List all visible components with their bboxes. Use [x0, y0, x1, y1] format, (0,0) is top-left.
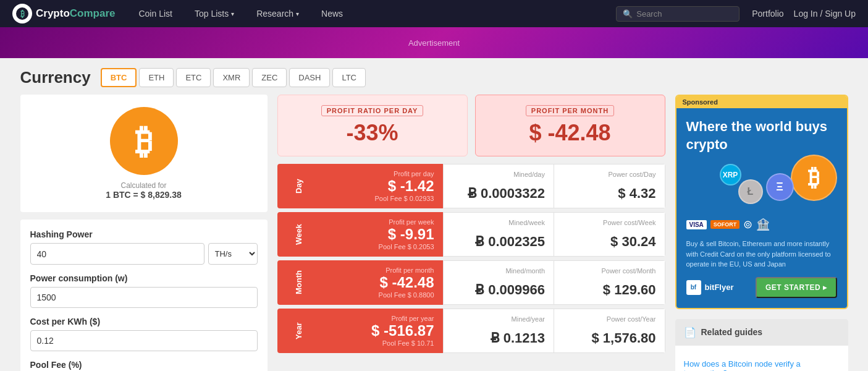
cost-kwh-input[interactable] [30, 330, 258, 351]
bitflyer-logo: bf [686, 280, 701, 295]
pool-fee: Pool Fee $ 10.71 [328, 339, 434, 347]
nav-news[interactable]: News [310, 0, 354, 27]
profit-label: Profit per month [328, 267, 434, 274]
cost-kwh-group: Cost per KWh ($) [30, 317, 258, 351]
search-input[interactable] [636, 9, 733, 19]
navigation: ₿ CryptoCompare Coin List Top Lists ▾ Re… [0, 0, 868, 27]
power-value: $ 30.24 [563, 234, 656, 250]
profit-label: Profit per year [328, 315, 434, 322]
guides-list: How does a Bitcoin node verify a transac… [675, 346, 848, 371]
hashing-power-input[interactable] [30, 243, 204, 265]
profit-cell: Profit per week $ -9.91 Pool Fee $ 0.205… [319, 212, 443, 257]
currency-tabs: BTCETHETCXMRZECDASHLTC [101, 68, 366, 87]
coin-card: ₿ Calculated for 1 BTC = $ 8,829.38 [20, 95, 268, 212]
power-consumption-input[interactable] [30, 287, 258, 308]
portfolio-link[interactable]: Portfolio [752, 9, 783, 19]
ad-sponsored-label: Sponsored [676, 96, 847, 108]
profit-value: $ -516.87 [328, 322, 434, 339]
currency-tab-ltc[interactable]: LTC [332, 68, 366, 87]
xrp-coin-icon: XRP [720, 164, 741, 186]
nav-coin-list[interactable]: Coin List [127, 0, 183, 27]
eth-coin-icon: Ξ [766, 173, 794, 201]
nav-research[interactable]: Research ▾ [245, 0, 310, 27]
coin-price: 1 BTC = $ 8,829.38 [33, 190, 255, 200]
pool-fee: Pool Fee $ 0.02933 [328, 195, 434, 202]
mc-logo: ⊚ [743, 218, 752, 231]
mined-value: Ƀ 0.1213 [452, 330, 546, 346]
mined-value: Ƀ 0.009966 [452, 282, 546, 298]
hashing-unit-select[interactable]: TH/s GH/s MH/s [208, 243, 258, 265]
cost-kwh-label: Cost per KWh ($) [30, 317, 258, 326]
currency-tab-etc[interactable]: ETC [176, 68, 211, 87]
mined-label: Mined/week [452, 219, 546, 226]
center-panel: PROFIT RATIO PER DAY -33% PROFIT PER MON… [277, 95, 665, 371]
nav-links: Coin List Top Lists ▾ Research ▾ News [127, 0, 616, 27]
pool-fee: Pool Fee $ 0.2053 [328, 243, 434, 250]
pool-fee: Pool Fee $ 0.8800 [328, 291, 434, 299]
ltc-coin-icon: Ł [738, 179, 763, 204]
pool-fee-group: Pool Fee (%) [30, 360, 258, 371]
currency-tab-zec[interactable]: ZEC [252, 68, 287, 87]
mined-label: Mined/year [452, 315, 546, 323]
power-cell: Power cost/Day $ 4.32 [554, 164, 665, 208]
profit-month-box: PROFIT PER MONTH $ -42.48 [475, 95, 665, 156]
currency-tab-eth[interactable]: ETH [139, 68, 174, 87]
right-panel: Sponsored Where the world buys crypto ₿ … [675, 95, 848, 371]
power-value: $ 1,576.80 [563, 330, 656, 346]
currency-tab-xmr[interactable]: XMR [213, 68, 250, 87]
related-guides: 📄 Related guides How does a Bitcoin node… [675, 319, 848, 371]
stats-table: Day Profit per day $ -1.42 Pool Fee $ 0.… [277, 164, 665, 353]
profit-label: Profit per day [328, 170, 434, 177]
power-consumption-group: Power consumption (w) [30, 273, 258, 308]
power-label: Power cost/Year [563, 315, 656, 323]
page-title: Currency [20, 68, 91, 87]
main-content: ₿ Calculated for 1 BTC = $ 8,829.38 Hash… [20, 95, 848, 371]
profit-month-label: PROFIT PER MONTH [526, 105, 614, 116]
btc-coin-icon: ₿ [791, 155, 837, 201]
stats-row-day: Day Profit per day $ -1.42 Pool Fee $ 0.… [277, 164, 665, 208]
chevron-down-icon: ▾ [296, 11, 299, 17]
currency-tab-btc[interactable]: BTC [101, 68, 137, 87]
hashing-power-group: Hashing Power TH/s GH/s MH/s [30, 229, 258, 265]
mined-cell: Mined/week Ƀ 0.002325 [443, 212, 555, 257]
ad-description: Buy & sell Bitcoin, Ethereum and more in… [686, 239, 837, 270]
pool-fee-label: Pool Fee (%) [30, 360, 258, 370]
power-label: Power cost/Week [563, 219, 656, 226]
search-icon: 🔍 [623, 9, 633, 19]
profit-ratio-value: -33% [290, 120, 455, 146]
power-consumption-label: Power consumption (w) [30, 273, 258, 283]
nav-top-lists[interactable]: Top Lists ▾ [183, 0, 245, 27]
banner: Advertisement [0, 27, 868, 58]
profit-ratio-box: PROFIT RATIO PER DAY -33% [277, 95, 468, 156]
hashing-power-label: Hashing Power [30, 229, 258, 239]
login-link[interactable]: Log In / Sign Up [794, 9, 856, 19]
mined-label: Mined/day [452, 171, 546, 178]
currency-tab-dash[interactable]: DASH [289, 68, 330, 87]
ad-content: Where the world buys crypto ₿ Ξ Ł XRP VI… [676, 108, 847, 308]
ad-headline: Where the world buys crypto [686, 118, 837, 153]
coin-calc-label: Calculated for [33, 181, 255, 190]
profit-ratio-label: PROFIT RATIO PER DAY [321, 105, 424, 116]
profit-value: $ -1.42 [328, 177, 434, 195]
profit-summary: PROFIT RATIO PER DAY -33% PROFIT PER MON… [277, 95, 665, 156]
currency-header: Currency BTCETHETCXMRZECDASHLTC [20, 68, 848, 87]
mined-cell: Mined/day Ƀ 0.0003322 [443, 164, 555, 208]
period-label: Day [277, 164, 319, 208]
related-guides-header: 📄 Related guides [675, 319, 848, 346]
ad-cta-button[interactable]: GET STARTED ▸ [756, 277, 837, 298]
search-box: 🔍 [616, 6, 739, 22]
mined-value: Ƀ 0.0003322 [452, 186, 546, 202]
profit-month-value: $ -42.48 [488, 120, 652, 146]
logo[interactable]: ₿ CryptoCompare [12, 4, 115, 23]
form-panel: Hashing Power TH/s GH/s MH/s Power consu… [20, 220, 268, 371]
stats-row-month: Month Profit per month $ -42.48 Pool Fee… [277, 260, 665, 305]
guide-item-0[interactable]: How does a Bitcoin node verify a transac… [684, 352, 840, 371]
profit-value: $ -9.91 [328, 226, 434, 243]
coin-icon: ₿ [110, 107, 178, 175]
mined-label: Mined/month [452, 267, 546, 275]
profit-label: Profit per week [328, 218, 434, 226]
period-label: Year [277, 309, 319, 353]
profit-cell: Profit per month $ -42.48 Pool Fee $ 0.8… [319, 260, 443, 305]
profit-cell: Profit per day $ -1.42 Pool Fee $ 0.0293… [319, 164, 443, 208]
stats-row-year: Year Profit per year $ -516.87 Pool Fee … [277, 309, 665, 353]
